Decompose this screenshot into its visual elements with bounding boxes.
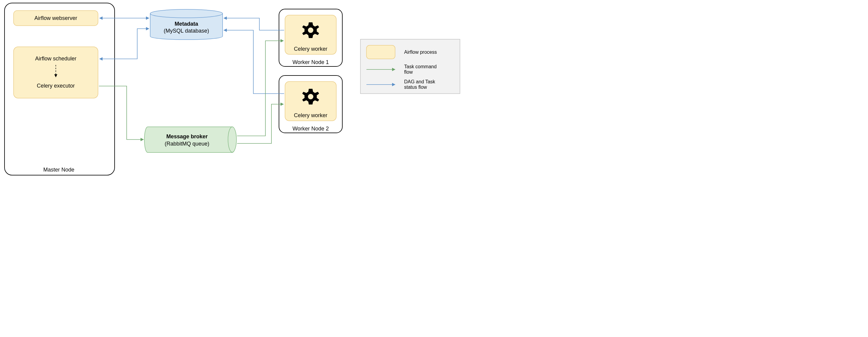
master-node-title: Master Node <box>43 167 74 173</box>
svg-point-1 <box>150 9 223 18</box>
worker-node-1-title: Worker Node 1 <box>292 59 329 65</box>
arrow-broker-worker2 <box>237 104 283 143</box>
arrow-worker1-metadata <box>224 18 284 30</box>
legend-task-flow-label-1: Task command <box>404 64 437 69</box>
metadata-subtitle: (MySQL database) <box>164 28 209 34</box>
airflow-scheduler-label: Airflow scheduler <box>35 56 76 62</box>
broker-subtitle: (RabbitMQ queue) <box>165 141 209 147</box>
svg-point-2 <box>228 127 237 152</box>
celery-executor-label: Celery executor <box>37 83 75 89</box>
worker-node-2-title: Worker Node 2 <box>292 125 329 132</box>
celery-worker-1-label: Celery worker <box>294 46 327 52</box>
svg-point-8 <box>308 94 313 100</box>
master-node-box: Master Node Airflow webserver Airflow sc… <box>4 3 115 175</box>
svg-point-5 <box>308 27 313 33</box>
worker-node-1: Celery worker Worker Node 1 <box>279 9 342 66</box>
legend-status-flow-label-2: status flow <box>404 85 427 90</box>
airflow-webserver-label: Airflow webserver <box>34 15 77 21</box>
metadata-db: Metadata (MySQL database) <box>150 9 223 39</box>
legend-task-flow-label-2: flow <box>404 69 413 75</box>
legend-box: Airflow process Task command flow DAG an… <box>361 39 460 94</box>
celery-worker-2-label: Celery worker <box>294 112 327 118</box>
arrow-broker-worker1 <box>237 41 283 136</box>
legend-process-label: Airflow process <box>404 50 437 55</box>
worker-node-2: Celery worker Worker Node 2 <box>279 76 342 133</box>
architecture-diagram: Master Node Airflow webserver Airflow sc… <box>0 0 464 181</box>
legend-status-flow-label: DAG and Task <box>404 79 435 84</box>
message-broker: Message broker (RabbitMQ queue) <box>145 127 237 152</box>
broker-title: Message broker <box>166 134 208 140</box>
scheduler-executor-box <box>13 47 98 98</box>
legend-process-swatch <box>367 45 395 59</box>
arrow-worker2-metadata <box>224 30 284 94</box>
metadata-title: Metadata <box>175 21 198 27</box>
